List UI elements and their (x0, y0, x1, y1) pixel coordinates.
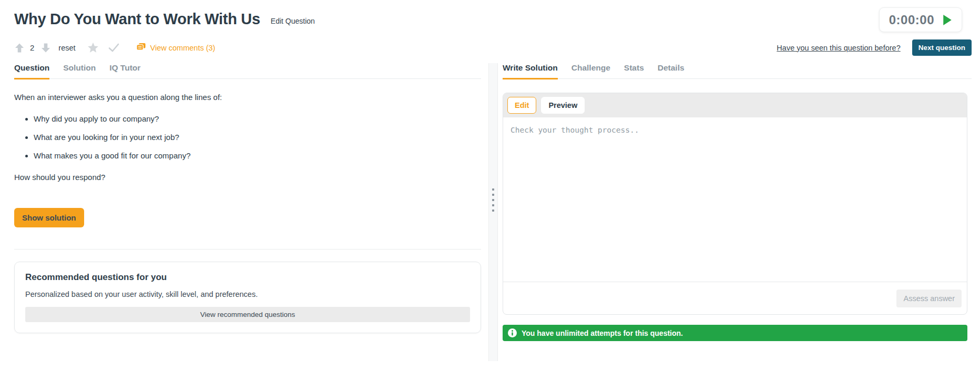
play-icon[interactable] (943, 15, 952, 25)
bookmark-star-icon[interactable] (87, 42, 99, 53)
upvote-icon[interactable] (14, 43, 25, 53)
question-bullet-1: Why did you apply to our company? (34, 114, 481, 124)
assess-answer-button[interactable]: Assess answer (896, 290, 962, 307)
attempts-banner: You have unlimited attempts for this que… (503, 325, 967, 341)
question-panel: Question Solution IQ Tutor When an inter… (14, 63, 481, 361)
question-page: Why Do You Want to Work With Us Edit Que… (0, 0, 980, 379)
timer-value: 0:00:00 (889, 13, 934, 27)
main-content: Question Solution IQ Tutor When an inter… (0, 63, 980, 361)
next-question-button[interactable]: Next question (912, 39, 972, 56)
editor-edit-tab[interactable]: Edit (507, 97, 536, 114)
solution-panel-tabs: Write Solution Challenge Stats Details (503, 63, 972, 79)
solution-panel: Write Solution Challenge Stats Details E… (503, 63, 972, 361)
timer-widget: 0:00:00 (879, 7, 962, 32)
tab-challenge[interactable]: Challenge (571, 63, 610, 79)
solution-editor: Edit Preview Assess answer (503, 93, 967, 315)
downvote-icon[interactable] (40, 43, 51, 53)
vote-bar: 2 reset View comme (14, 42, 215, 54)
page-title: Why Do You Want to Work With Us (14, 11, 260, 28)
tab-solution[interactable]: Solution (63, 63, 96, 79)
view-comments-link[interactable]: View comments (3) (136, 42, 216, 54)
question-intro: When an interviewer asks you a question … (14, 93, 481, 102)
question-bullet-2: What are you looking for in your next jo… (34, 132, 481, 143)
editor-preview-tab[interactable]: Preview (541, 97, 585, 114)
tab-question[interactable]: Question (14, 63, 49, 79)
recommended-description: Personalized based on your user activity… (25, 290, 470, 298)
tab-stats[interactable]: Stats (624, 63, 644, 79)
top-bar: Why Do You Want to Work With Us Edit Que… (0, 0, 980, 32)
info-icon (508, 328, 517, 337)
reset-vote-link[interactable]: reset (58, 44, 75, 52)
show-solution-button[interactable]: Show solution (14, 208, 84, 227)
edit-question-link[interactable]: Edit Question (271, 17, 315, 25)
editor-body (503, 117, 967, 282)
actions-row: 2 reset View comme (0, 32, 980, 56)
question-bullet-3: What makes you a good fit for our compan… (34, 151, 481, 161)
recommended-title: Recommended questions for you (25, 272, 470, 283)
actions-row-right: Have you seen this question before? Next… (777, 39, 972, 56)
mark-complete-icon[interactable] (108, 43, 119, 52)
editor-mode-bar: Edit Preview (503, 93, 967, 117)
question-outro: How should you respond? (14, 173, 481, 182)
tab-details[interactable]: Details (658, 63, 685, 79)
seen-before-link[interactable]: Have you seen this question before? (777, 44, 900, 52)
comments-icon (136, 42, 146, 54)
title-group: Why Do You Want to Work With Us Edit Que… (14, 7, 315, 28)
view-comments-label: View comments (3) (150, 44, 216, 52)
panel-resize-handle[interactable] (488, 63, 498, 361)
editor-footer: Assess answer (503, 282, 967, 314)
vote-score: 2 (30, 43, 34, 52)
question-panel-tabs: Question Solution IQ Tutor (14, 63, 481, 79)
drag-dots-icon (492, 188, 494, 212)
tab-write-solution[interactable]: Write Solution (503, 63, 558, 79)
solution-textarea[interactable] (503, 117, 967, 282)
question-bullet-list: Why did you apply to our company? What a… (14, 114, 481, 161)
tab-iq-tutor[interactable]: IQ Tutor (109, 63, 140, 79)
recommended-card: Recommended questions for you Personaliz… (14, 262, 481, 333)
attempts-banner-text: You have unlimited attempts for this que… (522, 329, 683, 337)
view-recommended-button[interactable]: View recommended questions (25, 307, 470, 322)
question-body: When an interviewer asks you a question … (14, 93, 481, 227)
section-divider (14, 249, 481, 250)
